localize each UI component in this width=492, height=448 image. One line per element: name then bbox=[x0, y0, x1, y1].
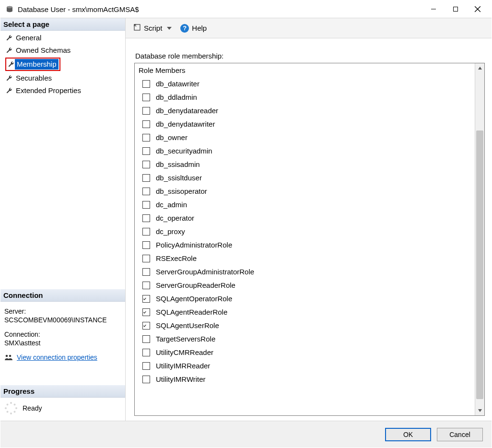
role-checkbox[interactable] bbox=[142, 295, 150, 303]
role-row[interactable]: ServerGroupAdministratorRole bbox=[135, 265, 475, 279]
role-row[interactable]: dc_proxy bbox=[135, 225, 475, 238]
role-checkbox[interactable] bbox=[142, 255, 150, 262]
role-row[interactable]: PolicyAdministratorRole bbox=[135, 238, 475, 252]
role-checkbox[interactable] bbox=[142, 107, 150, 115]
role-checkbox[interactable] bbox=[142, 161, 150, 168]
role-checkbox[interactable] bbox=[142, 147, 150, 155]
role-name: UtilityIMRReader bbox=[156, 361, 210, 371]
scrollbar-thumb[interactable] bbox=[476, 130, 483, 399]
role-checkbox[interactable] bbox=[142, 228, 150, 236]
role-name: UtilityCMRReader bbox=[156, 347, 213, 358]
svg-point-13 bbox=[7, 411, 9, 413]
svg-point-12 bbox=[10, 413, 12, 414]
sidebar-page-item[interactable]: Owned Schemas bbox=[0, 44, 125, 57]
role-row[interactable]: UtilityIMRReader bbox=[135, 359, 475, 373]
role-checkbox[interactable] bbox=[142, 362, 150, 370]
role-checkbox[interactable] bbox=[142, 241, 150, 249]
role-row[interactable]: SQLAgentReaderRole bbox=[135, 306, 475, 319]
svg-point-14 bbox=[5, 407, 7, 409]
close-button[interactable] bbox=[467, 1, 489, 17]
role-row[interactable]: UtilityIMRWriter bbox=[135, 373, 475, 386]
sidebar-page-item[interactable]: General bbox=[0, 32, 125, 44]
role-checkbox[interactable] bbox=[142, 80, 150, 88]
cancel-button[interactable]: Cancel bbox=[437, 428, 483, 441]
role-row[interactable]: ServerGroupReaderRole bbox=[135, 279, 475, 292]
role-checkbox[interactable] bbox=[142, 174, 150, 182]
maximize-button[interactable] bbox=[445, 1, 467, 17]
role-checkbox[interactable] bbox=[142, 201, 150, 209]
vertical-scrollbar[interactable] bbox=[475, 63, 484, 415]
progress-spinner-icon bbox=[4, 401, 18, 415]
sidebar-page-item[interactable]: Membership bbox=[0, 57, 125, 72]
script-dropdown-button[interactable]: Script bbox=[131, 23, 174, 34]
role-row[interactable]: dc_operator bbox=[135, 212, 475, 225]
role-list: Role Members db_datawriterdb_ddladmindb_… bbox=[135, 63, 475, 415]
role-row[interactable]: db_ssisoperator bbox=[135, 185, 475, 198]
scroll-up-arrow-icon[interactable] bbox=[475, 63, 484, 73]
role-checkbox[interactable] bbox=[142, 188, 150, 195]
role-checkbox[interactable] bbox=[142, 268, 150, 276]
svg-point-11 bbox=[14, 411, 16, 413]
connection-value: SMX\asttest bbox=[4, 339, 121, 347]
window-title: Database User - smx\momActGMSA$ bbox=[18, 5, 139, 13]
role-checkbox[interactable] bbox=[142, 282, 150, 289]
role-checkbox[interactable] bbox=[142, 349, 150, 356]
help-label: Help bbox=[192, 24, 207, 32]
role-row[interactable]: TargetServersRole bbox=[135, 332, 475, 346]
connection-label: Connection: bbox=[4, 330, 121, 338]
minimize-button[interactable] bbox=[422, 1, 445, 17]
role-checkbox[interactable] bbox=[142, 376, 150, 383]
client-area: Select a page GeneralOwned SchemasMember… bbox=[0, 18, 492, 421]
svg-rect-3 bbox=[454, 7, 458, 12]
sidebar-page-item[interactable]: Extended Properties bbox=[0, 84, 125, 97]
role-name: dc_admin bbox=[156, 200, 187, 210]
role-row[interactable]: db_datawriter bbox=[135, 77, 475, 91]
role-row[interactable]: db_denydatawriter bbox=[135, 118, 475, 131]
database-icon bbox=[5, 5, 14, 13]
role-row[interactable]: db_denydatareader bbox=[135, 104, 475, 118]
content-area: Database role membership: Role Members d… bbox=[126, 38, 492, 421]
scrollbar-track[interactable] bbox=[475, 73, 484, 406]
help-button[interactable]: ? Help bbox=[178, 23, 209, 34]
titlebar: Database User - smx\momActGMSA$ bbox=[0, 0, 492, 18]
role-name: dc_operator bbox=[156, 213, 194, 224]
role-name: RSExecRole bbox=[156, 253, 197, 264]
ok-button[interactable]: OK bbox=[385, 428, 431, 441]
svg-point-6 bbox=[6, 355, 8, 357]
role-row[interactable]: db_securityadmin bbox=[135, 144, 475, 158]
role-row[interactable]: RSExecRole bbox=[135, 252, 475, 265]
role-checkbox[interactable] bbox=[142, 134, 150, 141]
svg-point-9 bbox=[14, 404, 16, 406]
wrench-icon bbox=[5, 74, 13, 82]
role-checkbox[interactable] bbox=[142, 322, 150, 330]
role-checkbox[interactable] bbox=[142, 214, 150, 222]
role-name: db_ssisoperator bbox=[156, 186, 207, 197]
role-name: ServerGroupAdministratorRole bbox=[156, 267, 254, 277]
role-row[interactable]: dc_admin bbox=[135, 198, 475, 212]
role-row[interactable]: SQLAgentUserRole bbox=[135, 319, 475, 332]
role-row[interactable]: db_ssisltduser bbox=[135, 171, 475, 185]
role-name: db_denydatareader bbox=[156, 106, 218, 116]
role-row[interactable]: UtilityCMRReader bbox=[135, 346, 475, 359]
role-row[interactable]: SQLAgentOperatorRole bbox=[135, 292, 475, 306]
sidebar-page-label: Extended Properties bbox=[16, 85, 81, 96]
role-checkbox[interactable] bbox=[142, 308, 150, 316]
page-list: GeneralOwned SchemasMembershipSecurables… bbox=[0, 31, 125, 101]
role-row[interactable]: db_ddladmin bbox=[135, 91, 475, 104]
selected-page-highlight: Membership bbox=[5, 58, 60, 71]
svg-point-10 bbox=[15, 407, 17, 409]
scroll-down-arrow-icon[interactable] bbox=[475, 406, 484, 415]
role-name: SQLAgentOperatorRole bbox=[156, 294, 232, 304]
role-name: TargetServersRole bbox=[156, 334, 215, 344]
sidebar-page-label: Owned Schemas bbox=[16, 45, 70, 56]
view-connection-properties-link[interactable]: View connection properties bbox=[17, 354, 97, 361]
role-name: ServerGroupReaderRole bbox=[156, 280, 235, 291]
sidebar-page-item[interactable]: Securables bbox=[0, 72, 125, 84]
dialog-footer: OK Cancel bbox=[0, 421, 492, 448]
role-checkbox[interactable] bbox=[142, 94, 150, 101]
role-checkbox[interactable] bbox=[142, 335, 150, 343]
role-row[interactable]: db_ssisadmin bbox=[135, 158, 475, 171]
role-checkbox[interactable] bbox=[142, 120, 150, 128]
role-row[interactable]: db_owner bbox=[135, 131, 475, 144]
server-value: SCSCOMBEVM00069\INSTANCE bbox=[4, 316, 121, 324]
